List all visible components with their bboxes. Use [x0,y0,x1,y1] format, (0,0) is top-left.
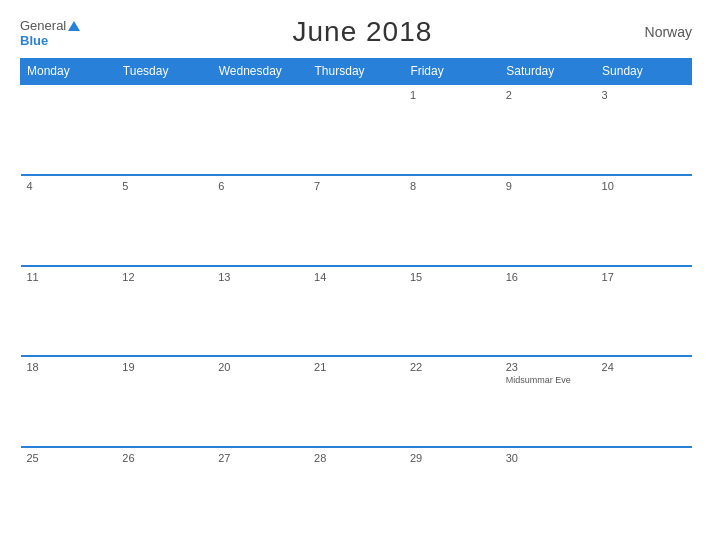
calendar-cell: 21 [308,356,404,447]
weekday-header-row: Monday Tuesday Wednesday Thursday Friday… [21,59,692,85]
day-number: 5 [122,180,206,192]
calendar-cell: 15 [404,266,500,357]
calendar-cell: 9 [500,175,596,266]
logo-triangle-icon [68,18,80,34]
day-number: 2 [506,89,590,101]
calendar-cell: 24 [596,356,692,447]
day-number: 22 [410,361,494,373]
day-number: 18 [27,361,111,373]
day-number: 8 [410,180,494,192]
header-monday: Monday [21,59,117,85]
calendar-cell: 22 [404,356,500,447]
day-number: 16 [506,271,590,283]
calendar-week-row: 11121314151617 [21,266,692,357]
day-number: 30 [506,452,590,464]
header-saturday: Saturday [500,59,596,85]
calendar-cell: 18 [21,356,117,447]
calendar-cell: 28 [308,447,404,538]
calendar-cell: 26 [116,447,212,538]
calendar-cell [212,84,308,175]
calendar-cell: 27 [212,447,308,538]
header-wednesday: Wednesday [212,59,308,85]
calendar-cell: 19 [116,356,212,447]
day-number: 1 [410,89,494,101]
day-number: 6 [218,180,302,192]
day-number: 24 [602,361,686,373]
calendar-cell [116,84,212,175]
day-number: 15 [410,271,494,283]
header-thursday: Thursday [308,59,404,85]
calendar-cell: 17 [596,266,692,357]
calendar-cell: 23Midsummar Eve [500,356,596,447]
day-number: 10 [602,180,686,192]
country-label: Norway [645,24,692,40]
calendar-cell: 14 [308,266,404,357]
day-number: 12 [122,271,206,283]
calendar-cell: 3 [596,84,692,175]
calendar-cell: 20 [212,356,308,447]
calendar-cell: 13 [212,266,308,357]
day-number: 14 [314,271,398,283]
calendar-cell: 12 [116,266,212,357]
calendar-cell: 25 [21,447,117,538]
day-number: 28 [314,452,398,464]
calendar-cell: 30 [500,447,596,538]
day-number: 23 [506,361,590,373]
calendar-cell: 29 [404,447,500,538]
day-number: 9 [506,180,590,192]
day-number: 19 [122,361,206,373]
svg-marker-0 [68,21,80,31]
calendar-cell: 4 [21,175,117,266]
day-number: 17 [602,271,686,283]
header-tuesday: Tuesday [116,59,212,85]
header-friday: Friday [404,59,500,85]
day-number: 20 [218,361,302,373]
day-number: 26 [122,452,206,464]
calendar-week-row: 45678910 [21,175,692,266]
calendar-week-row: 181920212223Midsummar Eve24 [21,356,692,447]
day-number: 25 [27,452,111,464]
calendar-cell: 16 [500,266,596,357]
calendar-title: June 2018 [292,16,432,48]
header: General Blue June 2018 Norway [20,16,692,48]
calendar-cell: 10 [596,175,692,266]
calendar-cell: 7 [308,175,404,266]
day-number: 13 [218,271,302,283]
calendar-cell: 2 [500,84,596,175]
day-number: 7 [314,180,398,192]
calendar-cell [596,447,692,538]
calendar-cell: 11 [21,266,117,357]
logo-general: General [20,19,66,32]
logo-blue: Blue [20,34,48,47]
calendar-cell [21,84,117,175]
calendar-cell: 6 [212,175,308,266]
day-number: 11 [27,271,111,283]
day-number: 21 [314,361,398,373]
calendar-cell: 1 [404,84,500,175]
header-sunday: Sunday [596,59,692,85]
calendar-cell: 8 [404,175,500,266]
calendar-page: General Blue June 2018 Norway Monday Tue… [0,0,712,550]
calendar-week-row: 123 [21,84,692,175]
calendar-table: Monday Tuesday Wednesday Thursday Friday… [20,58,692,538]
day-number: 4 [27,180,111,192]
calendar-week-row: 252627282930 [21,447,692,538]
day-number: 27 [218,452,302,464]
event-label: Midsummar Eve [506,375,590,385]
calendar-cell: 5 [116,175,212,266]
day-number: 3 [602,89,686,101]
logo: General Blue [20,18,80,47]
calendar-cell [308,84,404,175]
day-number: 29 [410,452,494,464]
